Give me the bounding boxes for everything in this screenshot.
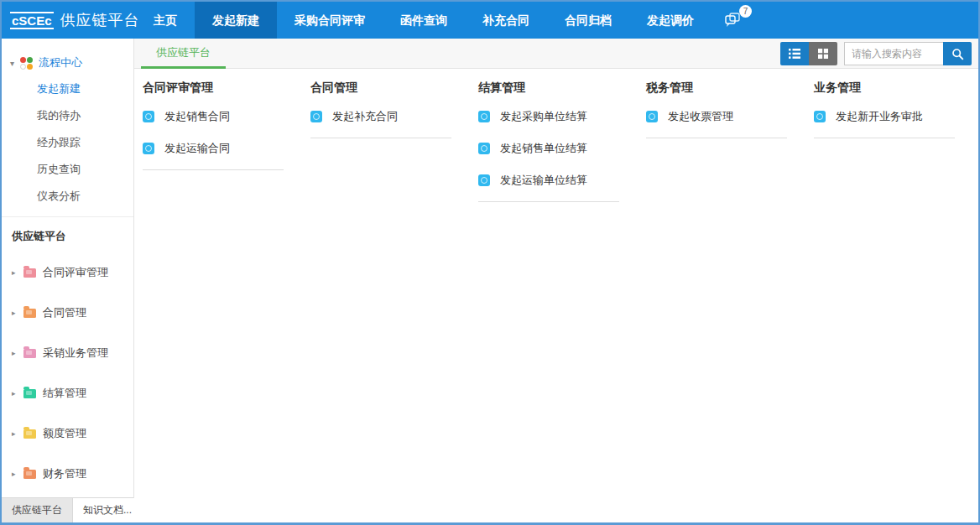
column-divider	[310, 138, 451, 138]
grid-view-icon	[817, 48, 829, 60]
magnifier-icon	[951, 48, 964, 60]
list-view-button[interactable]	[780, 42, 809, 65]
launcher-item-label: 发起销售单位结算	[500, 141, 587, 156]
launcher-column-结算管理: 结算管理发起采购单位结算发起销售单位结算发起运输单位结算	[478, 81, 646, 522]
launcher-item-label: 发起运输单位结算	[500, 173, 587, 188]
folder-icon	[23, 268, 36, 278]
module-label: 结算管理	[43, 386, 86, 401]
search-button[interactable]	[943, 42, 972, 65]
launcher-item-label: 发起采购单位结算	[500, 109, 587, 124]
content-tabbar: 供应链平台	[134, 39, 978, 69]
process-center-label: 流程中心	[39, 55, 82, 70]
launcher-column-业务管理: 业务管理发起新开业务审批	[814, 81, 980, 522]
launcher-item-发起运输合同[interactable]: 发起运输合同	[143, 141, 310, 156]
sidebar-tree: ▾ 流程中心 发起新建我的待办经办跟踪历史查询仪表分析 供应链平台 ▸合同评审管…	[2, 39, 133, 497]
sidebar-item-历史查询[interactable]: 历史查询	[2, 156, 133, 183]
tabbar-tools	[780, 42, 972, 65]
sidebar-section-title: 供应链平台	[2, 217, 133, 252]
chevron-right-icon: ▸	[12, 470, 22, 478]
app-body: ▾ 流程中心 发起新建我的待办经办跟踪历史查询仪表分析 供应链平台 ▸合同评审管…	[2, 39, 978, 522]
launcher-column-税务管理: 税务管理发起收票管理	[646, 81, 814, 522]
main-area: 供应链平台	[134, 39, 978, 522]
sidebar-module-额度管理[interactable]: ▸额度管理	[2, 413, 133, 454]
chevron-right-icon: ▸	[12, 429, 22, 438]
nav-item-采购合同评审[interactable]: 采购合同评审	[277, 2, 383, 39]
top-header: cSCEc 供应链平台 主页发起新建采购合同评审函件查询补充合同合同归档发起调价…	[2, 2, 978, 39]
process-entry-icon	[814, 111, 826, 122]
cscec-logo-icon: cSCEc	[10, 12, 54, 29]
bottom-tab-供应链平台[interactable]: 供应链平台	[2, 498, 73, 522]
chevron-right-icon: ▸	[12, 309, 22, 317]
sidebar-group-process-center[interactable]: ▾ 流程中心	[2, 50, 133, 75]
process-entry-icon	[310, 111, 322, 122]
column-divider	[143, 169, 284, 170]
nav-item-主页[interactable]: 主页	[136, 2, 195, 39]
sidebar-module-财务管理[interactable]: ▸财务管理	[2, 454, 133, 494]
column-divider	[646, 138, 787, 138]
process-entry-icon	[143, 111, 154, 122]
sidebar-module-合同评审管理[interactable]: ▸合同评审管理	[2, 252, 133, 293]
sidebar-module-采销业务管理[interactable]: ▸采销业务管理	[2, 333, 133, 373]
process-entry-icon	[478, 111, 490, 122]
folder-icon	[23, 389, 36, 398]
module-label: 合同评审管理	[43, 265, 108, 280]
list-view-icon	[788, 48, 801, 60]
sidebar-modules: ▸合同评审管理▸合同管理▸采销业务管理▸结算管理▸额度管理▸财务管理	[2, 252, 133, 494]
app-window: cSCEc 供应链平台 主页发起新建采购合同评审函件查询补充合同合同归档发起调价…	[0, 0, 980, 525]
sidebar-item-经办跟踪[interactable]: 经办跟踪	[2, 129, 133, 156]
launcher-item-发起采购单位结算[interactable]: 发起采购单位结算	[478, 109, 646, 124]
app-title: 供应链平台	[60, 10, 140, 30]
grid-view-button[interactable]	[809, 42, 837, 65]
sidebar: ▾ 流程中心 发起新建我的待办经办跟踪历史查询仪表分析 供应链平台 ▸合同评审管…	[2, 39, 134, 522]
process-center-icon	[20, 57, 33, 70]
chevron-down-icon: ▾	[10, 59, 20, 68]
process-entry-icon	[143, 143, 154, 154]
module-label: 财务管理	[43, 466, 86, 481]
launcher-item-发起运输单位结算[interactable]: 发起运输单位结算	[478, 173, 646, 188]
sidebar-module-结算管理[interactable]: ▸结算管理	[2, 373, 133, 413]
launcher-column-合同管理: 合同管理发起补充合同	[310, 81, 478, 522]
column-title: 结算管理	[478, 81, 646, 96]
column-title: 税务管理	[646, 81, 814, 96]
launcher-item-label: 发起运输合同	[164, 141, 230, 156]
sidebar-item-发起新建[interactable]: 发起新建	[2, 75, 133, 102]
chevron-right-icon: ▸	[12, 268, 22, 277]
launcher-columns: 合同评审管理发起销售合同发起运输合同合同管理发起补充合同结算管理发起采购单位结算…	[134, 69, 978, 522]
nav-item-发起调价[interactable]: 发起调价	[629, 2, 712, 39]
launcher-item-发起收票管理[interactable]: 发起收票管理	[646, 109, 814, 124]
folder-icon	[23, 429, 36, 439]
notification-icon[interactable]: 7	[723, 10, 745, 30]
bottom-tab-知识文档...[interactable]: 知识文档...	[73, 498, 143, 522]
launcher-item-发起销售单位结算[interactable]: 发起销售单位结算	[478, 141, 646, 156]
module-label: 采销业务管理	[43, 346, 108, 361]
nav-item-发起新建[interactable]: 发起新建	[195, 2, 277, 39]
logo: cSCEc 供应链平台	[2, 2, 136, 39]
notification-badge: 7	[739, 5, 752, 18]
nav-item-合同归档[interactable]: 合同归档	[547, 2, 629, 39]
search-input[interactable]	[844, 42, 943, 65]
process-entry-icon	[478, 174, 490, 186]
launcher-item-发起销售合同[interactable]: 发起销售合同	[143, 109, 310, 124]
sidebar-bottom-tabs: 供应链平台知识文档...	[2, 497, 133, 522]
sidebar-module-合同管理[interactable]: ▸合同管理	[2, 293, 133, 333]
nav-item-函件查询[interactable]: 函件查询	[383, 2, 465, 39]
launcher-item-label: 发起新开业务审批	[836, 109, 923, 124]
folder-icon	[23, 309, 36, 318]
launcher-item-label: 发起销售合同	[164, 109, 230, 124]
sidebar-item-我的待办[interactable]: 我的待办	[2, 102, 133, 129]
module-label: 合同管理	[43, 305, 86, 320]
folder-icon	[23, 349, 36, 358]
launcher-item-label: 发起收票管理	[668, 109, 733, 124]
sidebar-item-仪表分析[interactable]: 仪表分析	[2, 183, 133, 210]
nav-item-补充合同[interactable]: 补充合同	[465, 2, 547, 39]
launcher-item-label: 发起补充合同	[332, 109, 398, 124]
process-entry-icon	[478, 143, 490, 154]
column-title: 合同评审管理	[143, 81, 310, 96]
tab-supply-chain-platform[interactable]: 供应链平台	[141, 39, 226, 69]
column-title: 业务管理	[814, 81, 980, 96]
process-center-items: 发起新建我的待办经办跟踪历史查询仪表分析	[2, 75, 133, 210]
chevron-right-icon: ▸	[12, 349, 22, 357]
launcher-item-发起补充合同[interactable]: 发起补充合同	[310, 109, 478, 124]
column-divider	[814, 138, 955, 138]
launcher-item-发起新开业务审批[interactable]: 发起新开业务审批	[814, 109, 980, 124]
